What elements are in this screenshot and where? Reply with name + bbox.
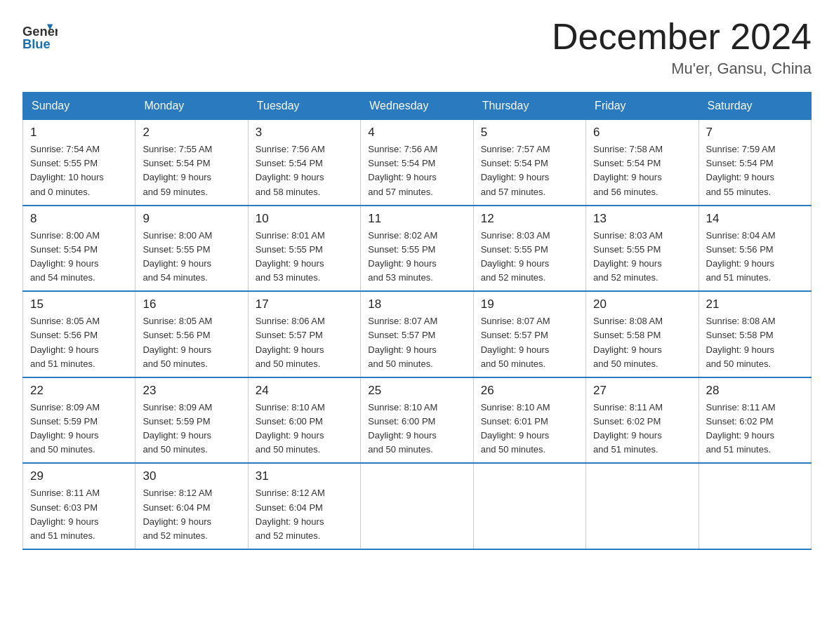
table-row: 10 Sunrise: 8:01 AMSunset: 5:55 PMDaylig…	[248, 206, 360, 292]
day-info: Sunrise: 8:10 AMSunset: 6:00 PMDaylight:…	[256, 402, 325, 455]
table-row: 14 Sunrise: 8:04 AMSunset: 5:56 PMDaylig…	[699, 206, 811, 292]
day-info: Sunrise: 8:00 AMSunset: 5:54 PMDaylight:…	[30, 230, 100, 283]
table-row: 19 Sunrise: 8:07 AMSunset: 5:57 PMDaylig…	[473, 291, 585, 377]
day-number: 28	[706, 384, 804, 398]
table-row: 18 Sunrise: 8:07 AMSunset: 5:57 PMDaylig…	[361, 291, 473, 377]
table-row: 9 Sunrise: 8:00 AMSunset: 5:55 PMDayligh…	[135, 206, 248, 292]
day-info: Sunrise: 8:03 AMSunset: 5:55 PMDaylight:…	[593, 230, 663, 283]
table-row: 7 Sunrise: 7:59 AMSunset: 5:54 PMDayligh…	[699, 120, 811, 206]
table-row: 27 Sunrise: 8:11 AMSunset: 6:02 PMDaylig…	[586, 377, 699, 464]
table-row	[586, 463, 699, 549]
day-info: Sunrise: 7:54 AMSunset: 5:55 PMDaylight:…	[30, 144, 104, 196]
day-number: 31	[256, 469, 353, 483]
header-thursday: Thursday	[473, 93, 585, 120]
header-wednesday: Wednesday	[361, 93, 473, 120]
table-row	[361, 463, 473, 549]
day-info: Sunrise: 8:02 AMSunset: 5:55 PMDaylight:…	[368, 230, 437, 283]
day-info: Sunrise: 8:11 AMSunset: 6:03 PMDaylight:…	[30, 488, 100, 540]
table-row: 24 Sunrise: 8:10 AMSunset: 6:00 PMDaylig…	[248, 377, 360, 464]
day-info: Sunrise: 7:56 AMSunset: 5:54 PMDaylight:…	[256, 144, 325, 196]
day-info: Sunrise: 8:06 AMSunset: 5:57 PMDaylight:…	[256, 316, 325, 368]
table-row: 22 Sunrise: 8:09 AMSunset: 5:59 PMDaylig…	[23, 377, 135, 464]
day-number: 14	[706, 212, 804, 226]
day-info: Sunrise: 8:00 AMSunset: 5:55 PMDaylight:…	[143, 230, 212, 283]
day-info: Sunrise: 8:12 AMSunset: 6:04 PMDaylight:…	[256, 488, 325, 540]
day-number: 29	[30, 469, 128, 483]
table-row: 15 Sunrise: 8:05 AMSunset: 5:56 PMDaylig…	[23, 291, 135, 377]
day-number: 20	[593, 297, 691, 311]
calendar-week-row: 22 Sunrise: 8:09 AMSunset: 5:59 PMDaylig…	[23, 377, 812, 464]
day-number: 4	[368, 126, 465, 140]
day-number: 18	[368, 297, 465, 311]
day-info: Sunrise: 8:04 AMSunset: 5:56 PMDaylight:…	[706, 230, 776, 283]
day-info: Sunrise: 8:11 AMSunset: 6:02 PMDaylight:…	[593, 402, 663, 455]
day-number: 23	[143, 384, 240, 398]
day-info: Sunrise: 8:07 AMSunset: 5:57 PMDaylight:…	[481, 316, 550, 368]
day-info: Sunrise: 8:07 AMSunset: 5:57 PMDaylight:…	[368, 316, 437, 368]
table-row: 1 Sunrise: 7:54 AMSunset: 5:55 PMDayligh…	[23, 120, 135, 206]
day-number: 7	[706, 126, 804, 140]
calendar-header-row: Sunday Monday Tuesday Wednesday Thursday…	[23, 93, 812, 120]
day-info: Sunrise: 8:08 AMSunset: 5:58 PMDaylight:…	[706, 316, 776, 368]
calendar-week-row: 8 Sunrise: 8:00 AMSunset: 5:54 PMDayligh…	[23, 206, 812, 292]
table-row: 16 Sunrise: 8:05 AMSunset: 5:56 PMDaylig…	[135, 291, 248, 377]
table-row: 20 Sunrise: 8:08 AMSunset: 5:58 PMDaylig…	[586, 291, 699, 377]
header-monday: Monday	[135, 93, 248, 120]
day-number: 27	[593, 384, 691, 398]
day-number: 1	[30, 126, 128, 140]
table-row: 12 Sunrise: 8:03 AMSunset: 5:55 PMDaylig…	[473, 206, 585, 292]
day-info: Sunrise: 8:01 AMSunset: 5:55 PMDaylight:…	[256, 230, 325, 283]
day-number: 16	[143, 297, 240, 311]
table-row: 11 Sunrise: 8:02 AMSunset: 5:55 PMDaylig…	[361, 206, 473, 292]
table-row: 2 Sunrise: 7:55 AMSunset: 5:54 PMDayligh…	[135, 120, 248, 206]
page-subtitle: Mu'er, Gansu, China	[552, 60, 812, 78]
page-header: General Blue December 2024 Mu'er, Gansu,…	[22, 17, 812, 78]
day-info: Sunrise: 8:09 AMSunset: 5:59 PMDaylight:…	[30, 402, 100, 455]
logo: General Blue	[22, 17, 62, 52]
day-info: Sunrise: 7:57 AMSunset: 5:54 PMDaylight:…	[481, 144, 550, 196]
table-row: 31 Sunrise: 8:12 AMSunset: 6:04 PMDaylig…	[248, 463, 360, 549]
header-tuesday: Tuesday	[248, 93, 360, 120]
table-row: 23 Sunrise: 8:09 AMSunset: 5:59 PMDaylig…	[135, 377, 248, 464]
day-number: 25	[368, 384, 465, 398]
day-number: 9	[143, 212, 240, 226]
day-number: 5	[481, 126, 578, 140]
table-row: 30 Sunrise: 8:12 AMSunset: 6:04 PMDaylig…	[135, 463, 248, 549]
table-row: 6 Sunrise: 7:58 AMSunset: 5:54 PMDayligh…	[586, 120, 699, 206]
day-number: 19	[481, 297, 578, 311]
day-info: Sunrise: 8:12 AMSunset: 6:04 PMDaylight:…	[143, 488, 212, 540]
table-row: 8 Sunrise: 8:00 AMSunset: 5:54 PMDayligh…	[23, 206, 135, 292]
calendar-table: Sunday Monday Tuesday Wednesday Thursday…	[22, 92, 812, 550]
day-number: 3	[256, 126, 353, 140]
day-info: Sunrise: 7:59 AMSunset: 5:54 PMDaylight:…	[706, 144, 776, 196]
header-friday: Friday	[586, 93, 699, 120]
day-info: Sunrise: 8:03 AMSunset: 5:55 PMDaylight:…	[481, 230, 550, 283]
day-info: Sunrise: 8:05 AMSunset: 5:56 PMDaylight:…	[30, 316, 100, 368]
table-row: 17 Sunrise: 8:06 AMSunset: 5:57 PMDaylig…	[248, 291, 360, 377]
table-row: 5 Sunrise: 7:57 AMSunset: 5:54 PMDayligh…	[473, 120, 585, 206]
page-title: December 2024	[552, 17, 812, 57]
day-number: 8	[30, 212, 128, 226]
table-row: 13 Sunrise: 8:03 AMSunset: 5:55 PMDaylig…	[586, 206, 699, 292]
table-row: 25 Sunrise: 8:10 AMSunset: 6:00 PMDaylig…	[361, 377, 473, 464]
day-info: Sunrise: 8:09 AMSunset: 5:59 PMDaylight:…	[143, 402, 212, 455]
day-number: 22	[30, 384, 128, 398]
title-section: December 2024 Mu'er, Gansu, China	[552, 17, 812, 78]
day-number: 21	[706, 297, 804, 311]
table-row: 28 Sunrise: 8:11 AMSunset: 6:02 PMDaylig…	[699, 377, 811, 464]
day-number: 13	[593, 212, 691, 226]
day-info: Sunrise: 8:11 AMSunset: 6:02 PMDaylight:…	[706, 402, 776, 455]
table-row: 3 Sunrise: 7:56 AMSunset: 5:54 PMDayligh…	[248, 120, 360, 206]
day-number: 11	[368, 212, 465, 226]
calendar-week-row: 1 Sunrise: 7:54 AMSunset: 5:55 PMDayligh…	[23, 120, 812, 206]
day-info: Sunrise: 7:58 AMSunset: 5:54 PMDaylight:…	[593, 144, 663, 196]
day-number: 12	[481, 212, 578, 226]
table-row: 21 Sunrise: 8:08 AMSunset: 5:58 PMDaylig…	[699, 291, 811, 377]
day-number: 2	[143, 126, 240, 140]
logo-icon: General Blue	[22, 17, 58, 52]
day-info: Sunrise: 8:08 AMSunset: 5:58 PMDaylight:…	[593, 316, 663, 368]
day-info: Sunrise: 7:56 AMSunset: 5:54 PMDaylight:…	[368, 144, 437, 196]
table-row: 4 Sunrise: 7:56 AMSunset: 5:54 PMDayligh…	[361, 120, 473, 206]
day-info: Sunrise: 8:10 AMSunset: 6:00 PMDaylight:…	[368, 402, 437, 455]
table-row: 29 Sunrise: 8:11 AMSunset: 6:03 PMDaylig…	[23, 463, 135, 549]
